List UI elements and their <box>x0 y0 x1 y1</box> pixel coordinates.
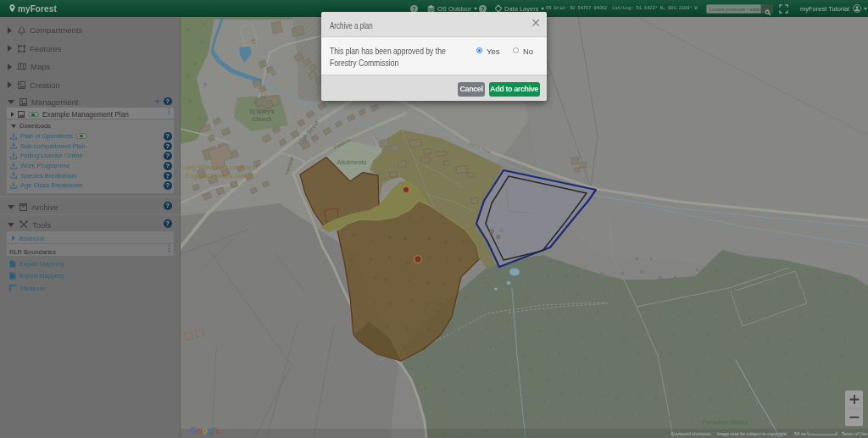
svg-text:Allotments: Allotments <box>337 158 366 166</box>
svg-text:Paradise Wood: Paradise Wood <box>702 419 748 426</box>
svg-text:Google: Google <box>190 425 220 435</box>
svg-text:Keyboard shortcuts: Keyboard shortcuts <box>671 431 712 436</box>
svg-text:50 m: 50 m <box>794 431 806 436</box>
svg-text:St Mary's: St Mary's <box>250 108 275 115</box>
svg-text:Image may be subject to copyri: Image may be subject to copyright <box>717 431 787 436</box>
svg-text:Church: Church <box>253 116 272 122</box>
svg-text:England Primary School: England Primary School <box>186 172 254 180</box>
svg-text:Long Wittenham Church of: Long Wittenham Church of <box>181 164 258 171</box>
svg-text:Terms of Use: Terms of Use <box>842 431 868 436</box>
